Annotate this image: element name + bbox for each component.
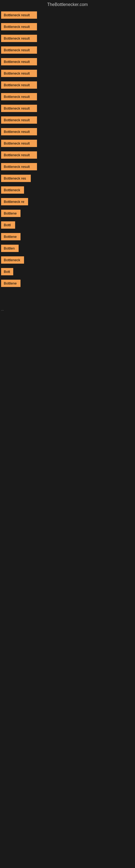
bottleneck-badge[interactable]: Bottleneck result (1, 82, 37, 89)
bottleneck-badge[interactable]: Bottleneck result (1, 35, 37, 42)
list-item: Bottleneck result (0, 44, 135, 56)
bottleneck-badge[interactable]: Bottleneck result (1, 23, 37, 30)
bottleneck-list: Bottleneck resultBottleneck resultBottle… (0, 9, 135, 289)
bottleneck-badge[interactable]: Bottlene (1, 233, 20, 240)
list-item: Bottleneck result (0, 149, 135, 161)
list-item: Bottleneck result (0, 67, 135, 79)
bottleneck-badge[interactable]: Bottleneck result (1, 128, 37, 135)
list-item: Bottlene (0, 278, 135, 289)
bottleneck-badge[interactable]: Bottleneck result (1, 93, 37, 100)
bottleneck-badge[interactable]: Bott (1, 268, 13, 275)
list-item: Bott (0, 266, 135, 278)
list-item: Bottlene (0, 208, 135, 219)
bottleneck-badge[interactable]: Bottleneck result (1, 140, 37, 147)
list-item: Bottleneck result (0, 91, 135, 102)
ellipsis-indicator: ... (0, 305, 135, 314)
list-item: Bottleneck result (0, 9, 135, 21)
bottleneck-badge[interactable]: Bottleneck re (1, 198, 28, 205)
list-item: Bottl (0, 219, 135, 231)
list-item: Bottleneck result (0, 21, 135, 33)
list-item: Bottleneck (0, 254, 135, 266)
bottleneck-badge[interactable]: Bottlene (1, 210, 20, 217)
bottleneck-badge[interactable]: Bottleneck result (1, 105, 37, 112)
list-item: Bottleneck result (0, 114, 135, 126)
site-title: TheBottlenecker.com (0, 0, 135, 9)
list-item: Bottlene (0, 231, 135, 243)
list-item: Bottleneck result (0, 79, 135, 91)
list-item: Bottleneck result (0, 102, 135, 114)
list-item: Bottleneck result (0, 126, 135, 137)
bottleneck-badge[interactable]: Bottleneck result (1, 58, 37, 65)
list-item: Bottlen (0, 243, 135, 254)
bottleneck-badge[interactable]: Bottlene (1, 280, 20, 287)
list-item: Bottleneck result (0, 56, 135, 67)
list-item: Bottleneck result (0, 137, 135, 149)
bottleneck-badge[interactable]: Bottleneck result (1, 70, 37, 77)
bottleneck-badge[interactable]: Bottleneck (1, 186, 24, 194)
bottleneck-badge[interactable]: Bottlen (1, 245, 18, 252)
list-item: Bottleneck result (0, 161, 135, 173)
bottleneck-badge[interactable]: Bottleneck res (1, 175, 31, 182)
list-item: Bottleneck (0, 184, 135, 196)
bottleneck-badge[interactable]: Bottleneck result (1, 116, 37, 124)
bottleneck-badge[interactable]: Bottleneck result (1, 151, 37, 159)
list-item: Bottleneck res (0, 173, 135, 184)
bottleneck-badge[interactable]: Bottleneck (1, 256, 24, 264)
bottleneck-badge[interactable]: Bottl (1, 221, 15, 229)
list-item: Bottleneck re (0, 196, 135, 208)
list-item: Bottleneck result (0, 33, 135, 44)
bottleneck-badge[interactable]: Bottleneck result (1, 46, 37, 54)
bottleneck-badge[interactable]: Bottleneck result (1, 11, 37, 19)
bottleneck-badge[interactable]: Bottleneck result (1, 163, 37, 170)
site-header: TheBottlenecker.com (0, 0, 135, 9)
